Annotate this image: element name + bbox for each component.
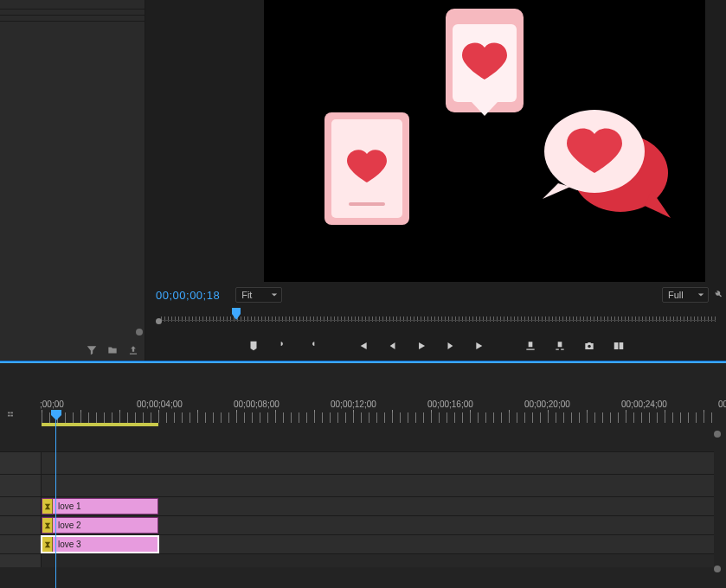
clip-label: love 3 <box>53 540 81 549</box>
scrubber-start-handle[interactable] <box>156 318 162 324</box>
program-monitor: 00;00;00;18 Fit Full <box>145 0 726 361</box>
timeline-panel: ;00;0000;00;04;0000;00;08;0000;00;12;000… <box>0 361 726 588</box>
ruler-label: 00;00;08;00 <box>234 399 279 409</box>
scroll-handle[interactable] <box>714 566 721 572</box>
go-to-out-button[interactable] <box>473 339 487 353</box>
step-back-button[interactable] <box>385 339 399 353</box>
preview-content <box>264 0 705 282</box>
current-timecode[interactable]: 00;00;00;18 <box>156 289 220 302</box>
effects-panel <box>0 0 145 361</box>
chevron-down-icon <box>271 291 278 298</box>
track-row[interactable] <box>0 474 714 496</box>
chevron-down-icon <box>697 291 704 298</box>
comparison-view-button[interactable] <box>612 339 626 353</box>
ruler-label: 00;00;04;00 <box>137 399 183 409</box>
svg-rect-4 <box>349 202 385 206</box>
resolution-select[interactable]: Full <box>662 287 709 303</box>
step-forward-button[interactable] <box>444 339 458 353</box>
track-row[interactable] <box>0 553 714 567</box>
play-button[interactable] <box>414 339 428 353</box>
track-header[interactable] <box>0 554 42 567</box>
ruler-label: 00;00;12;00 <box>331 399 376 409</box>
track-header[interactable] <box>0 516 42 534</box>
work-area-bar[interactable] <box>42 423 158 426</box>
resolution-select-label: Full <box>668 290 684 300</box>
track-header[interactable] <box>0 452 42 474</box>
export-icon[interactable] <box>127 344 139 356</box>
scroll-handle[interactable] <box>714 431 721 438</box>
zoom-select[interactable]: Fit <box>235 287 282 303</box>
fx-badge <box>42 518 53 533</box>
filter-icon[interactable] <box>86 344 98 356</box>
track-header[interactable] <box>0 535 42 553</box>
clip[interactable]: love 3 <box>42 536 158 553</box>
fx-badge <box>42 537 53 552</box>
ruler-label: ;00;00 <box>40 399 64 409</box>
svg-point-7 <box>588 345 591 348</box>
ruler-label: 00;00;16;00 <box>427 399 473 409</box>
ruler-label: 00;00;24;00 <box>621 399 667 409</box>
timeline-ruler[interactable]: ;00;0000;00;04;0000;00;08;0000;00;12;000… <box>42 399 714 425</box>
mark-in-button[interactable] <box>276 339 290 353</box>
clip-label: love 1 <box>53 502 81 511</box>
monitor-scrubber[interactable] <box>156 308 716 325</box>
scrollbar-thumb[interactable] <box>136 329 143 336</box>
track-row[interactable] <box>0 451 714 474</box>
add-marker-button[interactable] <box>247 339 260 353</box>
zoom-select-label: Fit <box>241 290 252 300</box>
clip[interactable]: love 2 <box>42 517 158 534</box>
track-row[interactable]: love 2 <box>0 515 714 534</box>
tracks-area: love 1 love 2 love 3 <box>0 427 714 588</box>
track-row[interactable]: love 3 <box>0 534 714 553</box>
clip[interactable]: love 1 <box>42 498 158 514</box>
lift-button[interactable] <box>524 339 537 353</box>
track-header[interactable] <box>0 497 42 515</box>
track-row[interactable]: love 1 <box>0 496 714 515</box>
track-header[interactable] <box>0 475 42 496</box>
mark-out-button[interactable] <box>305 339 319 353</box>
video-viewport[interactable] <box>264 0 705 282</box>
scrubber-playhead[interactable] <box>232 308 241 320</box>
ruler-label: 00 <box>718 399 726 409</box>
ruler-label: 00;00;20;00 <box>524 399 570 409</box>
settings-icon[interactable] <box>712 289 723 299</box>
go-to-in-button[interactable] <box>356 339 369 353</box>
snap-icon[interactable] <box>5 410 16 419</box>
clip-label: love 2 <box>53 521 81 530</box>
new-bin-icon[interactable] <box>106 344 119 356</box>
fx-badge <box>42 499 53 514</box>
export-frame-button[interactable] <box>582 339 596 353</box>
extract-button[interactable] <box>553 339 567 353</box>
transport-controls <box>145 336 726 356</box>
